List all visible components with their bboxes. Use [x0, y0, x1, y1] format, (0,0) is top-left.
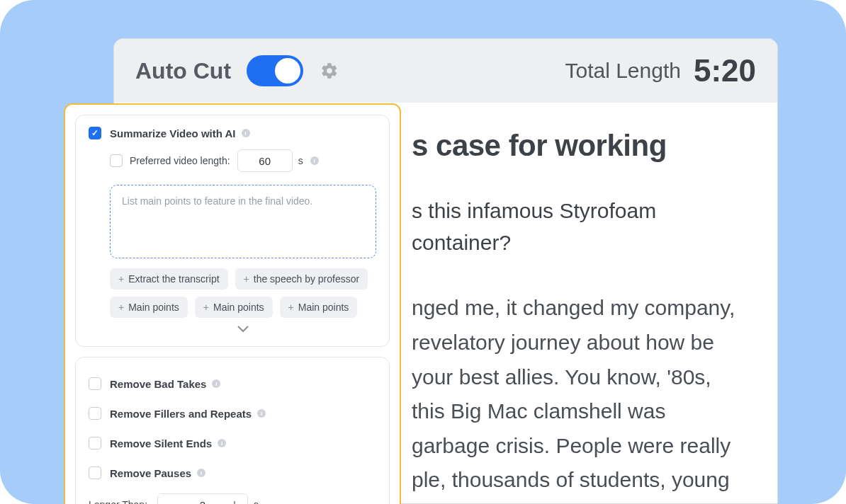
- fillers-checkbox[interactable]: [89, 407, 101, 420]
- longer-than-unit: s: [254, 499, 259, 504]
- info-icon[interactable]: [257, 409, 266, 418]
- summarize-label: Summarize Video with AI: [110, 127, 236, 139]
- autocut-toggle[interactable]: [247, 55, 303, 86]
- summarize-checkbox[interactable]: [89, 127, 101, 139]
- stepper-plus-button[interactable]: +: [222, 494, 247, 504]
- silent-ends-label: Remove Silent Ends: [110, 437, 212, 449]
- suggestion-chips: +Extract the transcript +the speech by p…: [110, 268, 376, 318]
- autocut-settings-modal: Summarize Video with AI Preferred video …: [64, 103, 401, 504]
- transcript-body: nged me, it changed my company, revelato…: [412, 291, 749, 504]
- preferred-length-label: Preferred video length:: [130, 155, 230, 166]
- longer-than-stepper: − 2 +: [157, 493, 248, 504]
- chip-main-points-1[interactable]: +Main points: [110, 297, 188, 318]
- topbar: Auto Cut Total Length 5:20: [114, 39, 777, 103]
- gear-icon[interactable]: [320, 62, 339, 80]
- chip-main-points-2[interactable]: +Main points: [195, 297, 273, 318]
- summarize-card: Summarize Video with AI Preferred video …: [75, 115, 390, 347]
- stepper-value: 2: [184, 499, 222, 505]
- transcript-title: s case for working: [412, 128, 749, 164]
- bad-takes-label: Remove Bad Takes: [110, 378, 206, 390]
- pauses-checkbox[interactable]: [89, 466, 101, 479]
- chip-speech-professor[interactable]: +the speech by professor: [235, 268, 368, 290]
- preferred-length-input[interactable]: [237, 149, 293, 172]
- info-icon[interactable]: [218, 439, 226, 447]
- info-icon[interactable]: [310, 156, 319, 165]
- chevron-down-icon[interactable]: [110, 323, 376, 336]
- transcript-question: s this infamous Styrofoam container?: [412, 195, 749, 258]
- info-icon[interactable]: [212, 379, 220, 388]
- toggle-knob: [275, 58, 300, 84]
- bad-takes-checkbox[interactable]: [89, 377, 101, 390]
- total-length-value: 5:20: [694, 53, 756, 88]
- preferred-length-unit: s: [298, 155, 303, 166]
- preferred-length-checkbox[interactable]: [110, 154, 123, 167]
- main-points-textarea[interactable]: List main points to feature in the final…: [110, 185, 376, 258]
- remove-options-card: Remove Bad Takes Remove Fillers and Repe…: [75, 357, 390, 504]
- stepper-minus-button[interactable]: −: [158, 494, 184, 504]
- silent-ends-checkbox[interactable]: [89, 437, 101, 449]
- pauses-label: Remove Pauses: [110, 467, 191, 479]
- info-icon[interactable]: [242, 129, 250, 137]
- fillers-label: Remove Fillers and Repeats: [110, 408, 252, 420]
- chip-main-points-3[interactable]: +Main points: [280, 297, 358, 318]
- total-length-label: Total Length: [565, 59, 680, 83]
- longer-than-label: Longer Than:: [89, 499, 147, 504]
- chip-extract-transcript[interactable]: +Extract the transcript: [110, 268, 228, 290]
- info-icon[interactable]: [197, 469, 205, 477]
- autocut-label: Auto Cut: [135, 58, 231, 84]
